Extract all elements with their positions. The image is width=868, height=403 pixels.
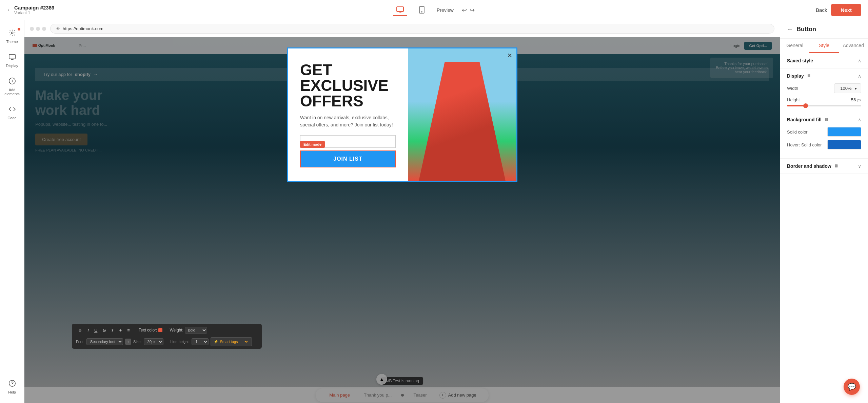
border-shadow-chevron: ∨ [858, 163, 861, 169]
eye-icon: 👁 [56, 26, 60, 31]
mobile-icon [418, 6, 426, 14]
font-add-btn[interactable]: + [125, 339, 131, 345]
campaign-title: Campaign #2389 [14, 5, 54, 11]
strikethrough-btn[interactable]: S [101, 327, 107, 334]
desktop-icon [396, 6, 404, 14]
svg-point-2 [421, 12, 422, 12]
display-icon [8, 53, 16, 62]
sidebar-item-add-elements[interactable]: Add elements [2, 74, 22, 99]
saved-style-header[interactable]: Saved style ∧ [780, 53, 868, 68]
left-sidebar: Theme Display Add elements [0, 20, 24, 403]
back-text-btn[interactable]: Back [816, 7, 827, 13]
display-chevron: ∧ [858, 73, 861, 79]
desktop-device-btn[interactable] [393, 4, 407, 16]
sidebar-item-display[interactable]: Display [2, 50, 22, 71]
saved-style-chevron: ∧ [858, 58, 861, 63]
panel-back-btn[interactable]: ← [787, 26, 793, 33]
display-monitor-icon: 🖥 [807, 74, 811, 78]
mobile-device-btn[interactable] [415, 4, 429, 16]
topbar-back-btn[interactable]: ← Campaign #2389 Variant 1 [7, 5, 54, 15]
smart-tags-select[interactable] [239, 339, 249, 345]
background-fill-title: Background fill 🖥 [787, 117, 828, 122]
svg-rect-4 [9, 55, 15, 59]
popup-image [408, 48, 516, 181]
theme-label: Theme [6, 40, 18, 44]
panel-title: Button [796, 26, 816, 33]
weight-control: Weight: Bold Normal [170, 327, 207, 334]
right-panel: ← Button General Style Advanced Saved st… [780, 20, 868, 403]
browser-url-bar[interactable]: 👁 https://optimonk.com [50, 24, 774, 34]
svg-rect-0 [397, 7, 403, 12]
popup-body: Want in on new arrivals, exclusive colla… [300, 114, 396, 128]
hover-color-swatch[interactable] [827, 140, 861, 149]
sidebar-item-help[interactable]: Help [2, 376, 22, 398]
panel-tabs: General Style Advanced [780, 39, 868, 53]
size-select[interactable]: 20px 16px 24px [144, 338, 163, 345]
background-fill-header[interactable]: Background fill 🖥 ∧ [780, 112, 868, 127]
back-arrow-icon: ← [7, 6, 13, 14]
browser-chrome: 👁 https://optimonk.com [24, 20, 780, 37]
popup-modal: ✕ GET EXCLUSIVE OFFERS Want in on new ar… [287, 47, 517, 182]
campaign-variant: Variant 1 [14, 11, 54, 15]
slider-fill [787, 105, 806, 106]
browser-dots [30, 27, 46, 31]
undo-redo: ↩ ↪ [462, 6, 475, 14]
solid-color-swatch[interactable] [827, 127, 861, 137]
add-elements-label: Add elements [4, 88, 20, 96]
border-shadow-header[interactable]: Border and shadow 🖥 ∨ [780, 159, 868, 174]
svg-point-6 [9, 380, 15, 386]
topbar-left: ← Campaign #2389 Variant 1 [7, 5, 288, 15]
toolbar-divider-2 [166, 327, 166, 333]
size-label: Size: [133, 340, 141, 344]
edit-mode-badge: Edit mode [300, 141, 325, 148]
smart-tags-btn[interactable]: ⚡ Smart tags [211, 337, 252, 346]
background-fill-section: Background fill 🖥 ∧ Solid color Hover: S… [780, 112, 868, 159]
font-label: Font: [76, 340, 84, 344]
toolbar-divider-3 [167, 339, 167, 344]
height-row: Height 56 px [787, 97, 861, 102]
background-fill-icon: 🖥 [824, 117, 828, 122]
height-slider[interactable] [787, 105, 861, 106]
sidebar-item-theme[interactable]: Theme [2, 26, 22, 47]
width-chevron: ▼ [854, 87, 857, 90]
height-label: Height [787, 97, 800, 102]
width-label: Width [787, 86, 798, 91]
lightning-icon: ⚡ [214, 340, 218, 344]
border-shadow-text: Border and shadow [787, 163, 831, 169]
color-swatch[interactable] [158, 328, 162, 332]
redo-btn[interactable]: ↪ [470, 6, 475, 14]
sidebar-item-code[interactable]: Code [2, 102, 22, 123]
italic-btn[interactable]: I [86, 327, 91, 334]
popup-left: GET EXCLUSIVE OFFERS Want in on new arri… [288, 48, 408, 181]
tab-general[interactable]: General [780, 39, 809, 53]
width-select[interactable]: 100% ▼ [834, 83, 861, 93]
next-button[interactable]: Next [831, 4, 861, 16]
border-shadow-icon: 🖥 [834, 164, 838, 168]
notification-dot [18, 28, 20, 31]
topbar: ← Campaign #2389 Variant 1 Preview ↩ ↪ [0, 0, 868, 20]
theme-icon [8, 29, 16, 38]
display-header[interactable]: Display 🖥 ∧ [780, 68, 868, 83]
font-select[interactable]: Secondary font Primary font [86, 338, 123, 345]
toolbar-divider-1 [135, 327, 135, 333]
underline-btn[interactable]: U [93, 327, 99, 334]
text-style-btn[interactable]: T [110, 326, 115, 334]
undo-btn[interactable]: ↩ [462, 6, 467, 14]
tab-style-label: Style [819, 43, 829, 48]
tab-advanced[interactable]: Advanced [839, 39, 868, 53]
popup-close-btn[interactable]: ✕ [507, 52, 512, 59]
join-list-btn[interactable]: JOIN LIST [300, 150, 396, 167]
align-btn[interactable]: ≡ [125, 327, 132, 334]
tab-style[interactable]: Style [809, 39, 839, 53]
clear-format-btn[interactable]: T [117, 327, 123, 334]
emoji-btn[interactable]: ☺ [76, 327, 84, 334]
weight-select[interactable]: Bold Normal [185, 327, 207, 334]
height-value: 56 px [851, 97, 861, 102]
height-num: 56 [851, 97, 856, 102]
line-height-select[interactable]: 1 1.5 2 [192, 338, 209, 345]
topbar-center: Preview ↩ ↪ [293, 4, 574, 16]
slider-thumb[interactable] [803, 103, 808, 108]
display-title-text: Display [787, 73, 804, 79]
solid-color-row: Solid color [787, 127, 861, 137]
chat-button[interactable]: 💬 [844, 379, 860, 395]
